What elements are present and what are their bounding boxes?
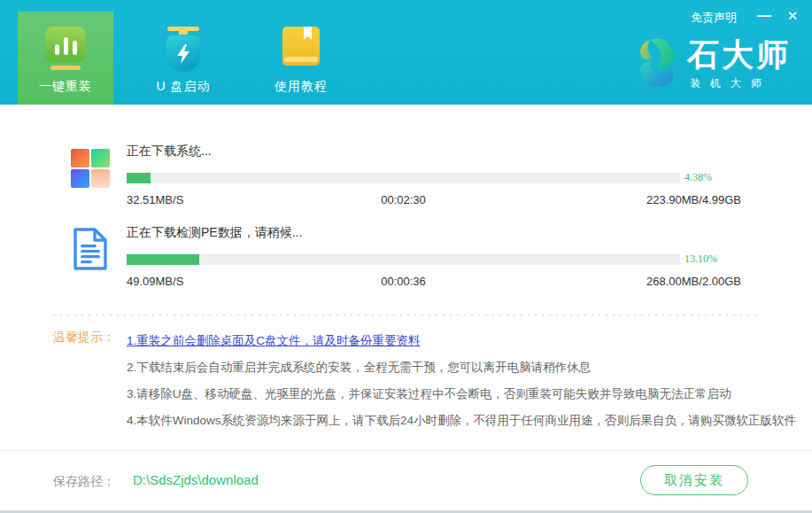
brand-subtitle: 装机大师 <box>687 76 791 91</box>
download-size: 268.00MB/2.00GB <box>646 275 741 288</box>
close-button[interactable]: ✕ <box>782 5 803 27</box>
tab-label-reinstall: 一键重装 <box>39 79 92 95</box>
download-title: 正在下载检测PE数据，请稍候... <box>127 223 741 241</box>
tab-tutorial[interactable]: 使用教程 <box>253 0 349 105</box>
brand-name: 石大师 <box>687 37 791 73</box>
tips-label: 温馨提示： <box>53 328 115 346</box>
disclaimer-link[interactable]: 免责声明 <box>691 10 737 26</box>
book-spine <box>284 57 318 62</box>
cancel-install-button[interactable]: 取消安装 <box>640 465 748 495</box>
tab-usb-boot[interactable]: U 盘启动 <box>135 0 231 105</box>
dashed-divider <box>53 315 759 315</box>
tab-label-tutorial: 使用教程 <box>275 79 328 95</box>
time-remaining: 00:02:30 <box>127 193 680 206</box>
minimize-button[interactable]: — <box>754 5 775 27</box>
lightning-icon <box>176 44 190 64</box>
progress-bar <box>127 173 680 183</box>
download-title: 正在下载系统... <box>127 142 741 159</box>
save-path-value[interactable]: D:\SdsZjds\download <box>133 472 259 487</box>
brand-mark-icon <box>634 37 680 89</box>
shield-icon <box>166 35 200 72</box>
tab-one-click-reinstall[interactable]: 一键重装 <box>18 12 113 105</box>
tip-line-4: 4.本软件Windows系统资源均来源于网上，请下载后24小时删除，不得用于任何… <box>127 408 773 434</box>
download-size: 223.90MB/4.99GB <box>646 193 741 206</box>
usb-notch <box>179 31 188 35</box>
save-path-label: 保存路径： <box>53 474 115 490</box>
progress-percent: 13.10% <box>684 253 717 266</box>
yellow-underline <box>50 66 81 70</box>
progress-bar <box>127 254 680 265</box>
app-window: 一键重装 U 盘启动 <box>0 0 812 513</box>
progress-fill <box>127 173 151 183</box>
usb-shield-icon <box>166 27 200 73</box>
progress-fill <box>127 254 199 265</box>
tip-line-1: 1.重装之前会删除桌面及C盘文件，请及时备份重要资料 <box>127 328 773 354</box>
bar-chart-icon <box>45 27 86 62</box>
tip-line-2: 2.下载结束后会自动重启并完成系统的安装，全程无需干预，您可以离开电脑请稍作休息 <box>127 354 773 381</box>
nav-tabs: 一键重装 U 盘启动 <box>18 0 371 105</box>
progress-percent: 4.38% <box>684 171 712 184</box>
brand-logo: 石大师 装机大师 <box>634 37 791 91</box>
windows-logo-icon <box>71 149 110 188</box>
footer-divider <box>0 450 812 451</box>
header: 一键重装 U 盘启动 <box>0 0 812 105</box>
tutorial-book-icon <box>282 27 320 73</box>
document-icon <box>71 227 110 275</box>
time-remaining: 00:00:36 <box>127 275 680 288</box>
book-icon <box>282 27 320 66</box>
bookmark-ribbon <box>304 27 312 40</box>
tab-label-usb: U 盘启动 <box>157 79 211 95</box>
tip-line-3: 3.请移除U盘、移动硬盘、光驱里的光盘，并保证安装过程中不会断电，否则重装可能失… <box>127 381 773 408</box>
reinstall-chart-icon <box>45 27 86 73</box>
brand-text: 石大师 装机大师 <box>687 37 791 91</box>
